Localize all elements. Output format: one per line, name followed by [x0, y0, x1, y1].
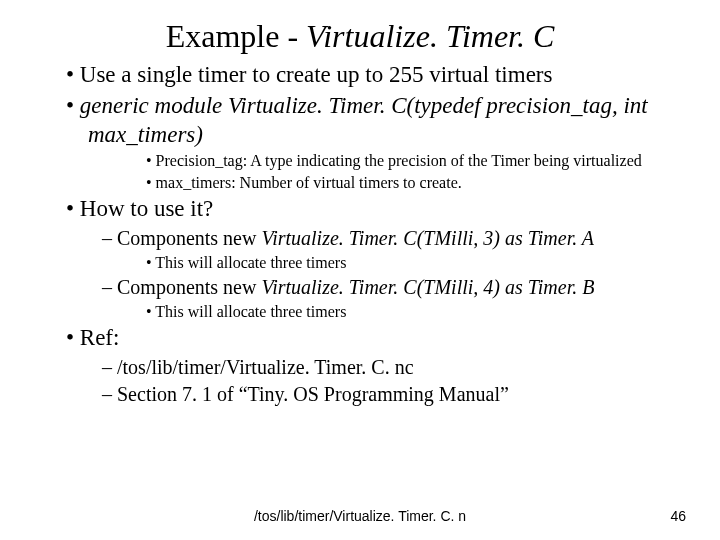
bullet-lvl2: Components new Virtualize. Timer. C(TMil… [40, 226, 680, 251]
bullet-lvl1: generic module Virtualize. Timer. C(type… [40, 92, 680, 150]
bullet-lvl1: Use a single timer to create up to 255 v… [40, 61, 680, 90]
text-italic: Virtualize. Timer. C(TMilli, 3) as Timer… [261, 227, 594, 249]
page-number: 46 [670, 508, 686, 524]
text-italic: Virtualize. Timer. C(TMilli, 4) as Timer… [261, 276, 594, 298]
bullet-lvl1: How to use it? [40, 195, 680, 224]
bullet-lvl3: max_timers: Number of virtual timers to … [40, 173, 680, 193]
text: Components new [117, 227, 261, 249]
title-prefix: Example - [166, 18, 306, 54]
bullet-lvl1: Ref: [40, 324, 680, 353]
text: Components new [117, 276, 261, 298]
title-italic: Virtualize. Timer. C [306, 18, 554, 54]
bullet-list: Use a single timer to create up to 255 v… [40, 61, 680, 407]
bullet-lvl2: Section 7. 1 of “Tiny. OS Programming Ma… [40, 382, 680, 407]
bullet-lvl2: Components new Virtualize. Timer. C(TMil… [40, 275, 680, 300]
bullet-lvl3: Precision_tag: A type indicating the pre… [40, 151, 680, 171]
bullet-lvl3: This will allocate three timers [40, 253, 680, 273]
bullet-lvl3: This will allocate three timers [40, 302, 680, 322]
slide: Example - Virtualize. Timer. C Use a sin… [0, 0, 720, 540]
footer-path: /tos/lib/timer/Virtualize. Timer. C. n [0, 508, 720, 524]
slide-title: Example - Virtualize. Timer. C [40, 18, 680, 55]
bullet-lvl2: /tos/lib/timer/Virtualize. Timer. C. nc [40, 355, 680, 380]
